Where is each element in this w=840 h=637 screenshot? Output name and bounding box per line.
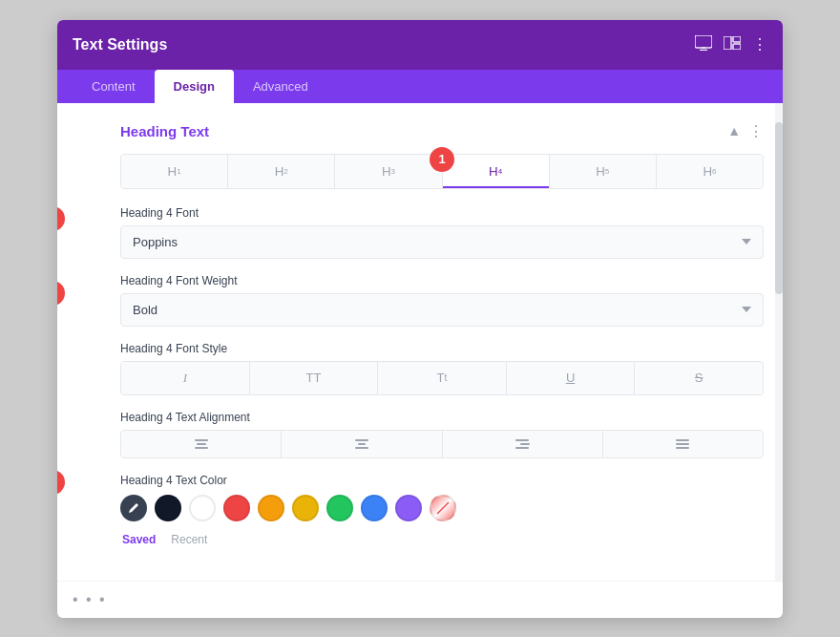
heading-h1-btn[interactable]: H1 [121, 155, 228, 188]
font-style-label: Heading 4 Font Style [120, 342, 764, 355]
italic-style-btn[interactable]: I [121, 362, 250, 394]
saved-tab[interactable]: Saved [122, 533, 156, 546]
color-swatch-red[interactable] [223, 495, 250, 521]
content-area: 1 Heading Text ▲ ⋮ H1 H2 H3 H4 H5 H6 [57, 103, 783, 581]
section-header-controls: ▲ ⋮ [727, 122, 764, 140]
font-weight-label: Heading 4 Font Weight [120, 274, 764, 287]
svg-rect-4 [733, 36, 741, 42]
color-swatch-blue[interactable] [361, 495, 388, 521]
heading-h2-btn[interactable]: H2 [228, 155, 335, 188]
saved-recent-row: Saved Recent [120, 533, 764, 546]
svg-rect-3 [724, 36, 731, 50]
panel-title: Text Settings [73, 36, 167, 53]
color-swatch-purple[interactable] [395, 495, 422, 521]
font-group: Heading 4 Font Poppins Roboto Open Sans [120, 206, 764, 259]
font-select[interactable]: Poppins Roboto Open Sans [120, 225, 764, 259]
tab-design[interactable]: Design [155, 70, 234, 103]
step-3-badge: 3 [57, 281, 65, 306]
text-alignment-buttons [120, 430, 764, 458]
text-alignment-label: Heading 4 Text Alignment [120, 411, 764, 424]
panel-header: Text Settings ⋮ [57, 20, 783, 70]
heading-h6-btn[interactable]: H6 [657, 155, 763, 188]
underline-style-btn[interactable]: U [507, 362, 636, 394]
svg-rect-0 [695, 35, 712, 48]
bottom-bar: • • • [57, 581, 783, 618]
color-swatch-black[interactable] [155, 495, 181, 521]
color-swatches-row [120, 495, 764, 521]
more-vertical-icon[interactable]: ⋮ [752, 35, 767, 53]
section-header: Heading Text ▲ ⋮ [120, 122, 764, 140]
font-style-group: Heading 4 Font Style I TT Tt U S [120, 342, 764, 395]
color-swatch-none[interactable] [430, 495, 456, 521]
text-color-label: Heading 4 Text Color [120, 474, 764, 487]
screen-icon[interactable] [695, 35, 712, 54]
color-pencil-btn[interactable] [120, 495, 147, 521]
scrollbar-track [775, 103, 783, 581]
uppercase-style-btn[interactable]: TT [250, 362, 379, 394]
align-right-btn[interactable] [443, 431, 603, 457]
text-color-group: Heading 4 Text Color [120, 474, 764, 546]
step-4-badge: 4 [57, 470, 65, 495]
tab-content[interactable]: Content [73, 70, 155, 103]
layout-icon[interactable] [724, 36, 741, 53]
heading-h3-btn[interactable]: H3 [335, 155, 442, 188]
tabs-bar: Content Design Advanced [57, 70, 783, 103]
text-settings-panel: Text Settings ⋮ Content Design A [57, 20, 783, 618]
color-swatch-amber[interactable] [258, 495, 284, 521]
color-swatch-white[interactable] [189, 495, 216, 521]
step-1-badge: 1 [430, 147, 454, 172]
capitalize-style-btn[interactable]: Tt [378, 362, 507, 394]
step-2-badge: 2 [57, 206, 65, 231]
section-title: Heading Text [120, 123, 209, 139]
svg-rect-5 [733, 44, 741, 50]
section-more-icon[interactable]: ⋮ [748, 122, 764, 140]
svg-line-6 [437, 502, 449, 514]
heading-h5-btn[interactable]: H5 [550, 155, 657, 188]
tab-advanced[interactable]: Advanced [234, 70, 327, 103]
recent-tab[interactable]: Recent [171, 533, 207, 546]
heading-h4-btn[interactable]: H4 [443, 155, 550, 188]
align-center-btn[interactable] [282, 431, 442, 457]
text-alignment-group: Heading 4 Text Alignment [120, 411, 764, 458]
font-label: Heading 4 Font [120, 206, 764, 220]
font-weight-group: Heading 4 Font Weight Bold Regular Light [120, 274, 764, 327]
align-justify-btn[interactable] [603, 431, 763, 457]
color-swatch-yellow[interactable] [292, 495, 319, 521]
font-style-buttons: I TT Tt U S [120, 361, 764, 395]
collapse-icon[interactable]: ▲ [727, 123, 741, 138]
scrollbar-thumb[interactable] [775, 122, 783, 294]
strikethrough-style-btn[interactable]: S [635, 362, 763, 394]
header-icons: ⋮ [695, 35, 767, 54]
font-weight-select[interactable]: Bold Regular Light [120, 293, 764, 327]
align-left-btn[interactable] [121, 431, 282, 457]
color-swatch-green[interactable] [326, 495, 353, 521]
bottom-more-icon[interactable]: • • • [73, 591, 107, 608]
